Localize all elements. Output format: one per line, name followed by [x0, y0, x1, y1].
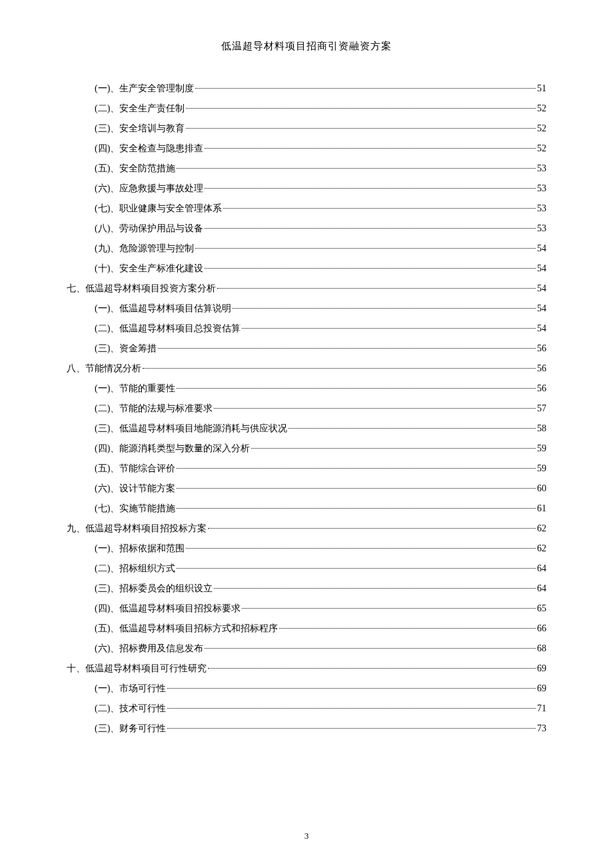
toc-leader-dots [186, 548, 536, 549]
toc-item-label: (一)、节能的重要性 [95, 379, 175, 398]
toc-item-label: (三)、低温超导材料项目地能源消耗与供应状况 [95, 419, 287, 438]
toc-item-label: (一)、招标依据和范围 [95, 539, 185, 558]
toc-item-label: (六)、招标费用及信息发布 [95, 639, 203, 658]
toc-item: 十、低温超导材料项目可行性研究69 [67, 659, 546, 678]
toc-item-label: (二)、技术可行性 [95, 699, 166, 718]
toc-leader-dots [167, 708, 536, 709]
toc-leader-dots [177, 468, 536, 469]
toc-item-page: 64 [537, 579, 546, 598]
table-of-contents: (一)、生产安全管理制度51(二)、安全生产责任制52(三)、安全培训与教育52… [67, 79, 546, 738]
toc-leader-dots [214, 408, 536, 409]
toc-item: (三)、招标委员会的组织设立64 [67, 579, 546, 598]
toc-item-label: (一)、市场可行性 [95, 679, 166, 698]
toc-item: (七)、职业健康与安全管理体系53 [67, 199, 546, 218]
toc-item-page: 53 [537, 159, 546, 178]
toc-leader-dots [177, 388, 536, 389]
toc-leader-dots [214, 588, 536, 589]
toc-item: (二)、技术可行性71 [67, 699, 546, 718]
toc-item-page: 56 [537, 379, 546, 398]
toc-item: 七、低温超导材料项目投资方案分析54 [67, 279, 546, 298]
toc-item-label: (六)、应急救援与事故处理 [95, 179, 203, 198]
toc-item-label: (八)、劳动保护用品与设备 [95, 219, 203, 238]
toc-item: (二)、招标组织方式64 [67, 559, 546, 578]
toc-leader-dots [289, 428, 536, 429]
toc-leader-dots [195, 248, 536, 249]
toc-item-label: (四)、安全检查与隐患排查 [95, 139, 203, 158]
toc-item-page: 69 [537, 679, 546, 698]
toc-item-page: 59 [537, 439, 546, 458]
toc-item-label: (五)、低温超导材料项目招标方式和招标程序 [95, 619, 278, 638]
toc-item: (五)、低温超导材料项目招标方式和招标程序66 [67, 619, 546, 638]
toc-item-page: 62 [537, 519, 546, 538]
toc-item-page: 53 [537, 179, 546, 198]
toc-item: (一)、低温超导材料项目估算说明54 [67, 299, 546, 318]
toc-item: (六)、招标费用及信息发布68 [67, 639, 546, 658]
toc-leader-dots [158, 348, 536, 349]
toc-item-page: 68 [537, 639, 546, 658]
toc-leader-dots [205, 228, 536, 229]
toc-item-label: 十、低温超导材料项目可行性研究 [67, 659, 207, 678]
toc-item-page: 51 [537, 79, 546, 98]
toc-item-label: (二)、招标组织方式 [95, 559, 175, 578]
toc-leader-dots [233, 308, 536, 309]
toc-item-label: (二)、安全生产责任制 [95, 99, 185, 118]
toc-item: (七)、实施节能措施61 [67, 499, 546, 518]
toc-leader-dots [205, 188, 536, 189]
toc-item: (一)、节能的重要性56 [67, 379, 546, 398]
toc-item-page: 52 [537, 139, 546, 158]
toc-item-label: (一)、生产安全管理制度 [95, 79, 194, 98]
page-number: 3 [0, 831, 613, 841]
toc-item-label: (三)、安全培训与教育 [95, 119, 185, 138]
toc-leader-dots [205, 268, 536, 269]
toc-item-label: (一)、低温超导材料项目估算说明 [95, 299, 231, 318]
toc-item-label: (三)、财务可行性 [95, 719, 166, 738]
toc-item-page: 54 [537, 299, 546, 318]
toc-item-page: 65 [537, 599, 546, 618]
toc-leader-dots [217, 288, 536, 289]
toc-leader-dots [205, 648, 536, 649]
toc-item-label: (四)、低温超导材料项目招投标要求 [95, 599, 241, 618]
toc-item: (二)、低温超导材料项目总投资估算54 [67, 319, 546, 338]
toc-item: (一)、招标依据和范围62 [67, 539, 546, 558]
toc-leader-dots [186, 108, 536, 109]
toc-item-page: 56 [537, 359, 546, 378]
toc-item: (四)、低温超导材料项目招投标要求65 [67, 599, 546, 618]
toc-item: 九、低温超导材料项目招投标方案62 [67, 519, 546, 538]
toc-item-page: 54 [537, 239, 546, 258]
toc-item: (一)、市场可行性69 [67, 679, 546, 698]
toc-item-page: 66 [537, 619, 546, 638]
toc-item-page: 58 [537, 419, 546, 438]
toc-item: (二)、节能的法规与标准要求57 [67, 399, 546, 418]
toc-item: (五)、节能综合评价59 [67, 459, 546, 478]
toc-item-page: 54 [537, 319, 546, 338]
toc-item-page: 59 [537, 459, 546, 478]
toc-item-label: (三)、资金筹措 [95, 339, 157, 358]
toc-leader-dots [177, 488, 536, 489]
toc-item: (四)、安全检查与隐患排查52 [67, 139, 546, 158]
toc-item: (五)、安全防范措施53 [67, 159, 546, 178]
toc-leader-dots [208, 528, 536, 529]
toc-item-label: (九)、危险源管理与控制 [95, 239, 194, 258]
toc-leader-dots [177, 168, 536, 169]
toc-leader-dots [205, 148, 536, 149]
toc-item-page: 69 [537, 659, 546, 678]
toc-leader-dots [242, 328, 536, 329]
toc-leader-dots [208, 668, 536, 669]
toc-item-page: 54 [537, 279, 546, 298]
toc-item: (八)、劳动保护用品与设备53 [67, 219, 546, 238]
toc-item-page: 62 [537, 539, 546, 558]
toc-item-label: (十)、安全生产标准化建设 [95, 259, 203, 278]
toc-item-page: 53 [537, 199, 546, 218]
toc-item-label: (四)、能源消耗类型与数量的深入分析 [95, 439, 250, 458]
toc-leader-dots [223, 208, 536, 209]
toc-leader-dots [167, 728, 536, 729]
toc-item-page: 60 [537, 479, 546, 498]
toc-item: (二)、安全生产责任制52 [67, 99, 546, 118]
toc-item-label: (三)、招标委员会的组织设立 [95, 579, 213, 598]
toc-item-label: (五)、节能综合评价 [95, 459, 175, 478]
toc-item-label: 七、低温超导材料项目投资方案分析 [67, 279, 216, 298]
toc-item: (三)、安全培训与教育52 [67, 119, 546, 138]
toc-leader-dots [279, 628, 536, 629]
toc-leader-dots [143, 368, 536, 369]
toc-leader-dots [177, 508, 536, 509]
